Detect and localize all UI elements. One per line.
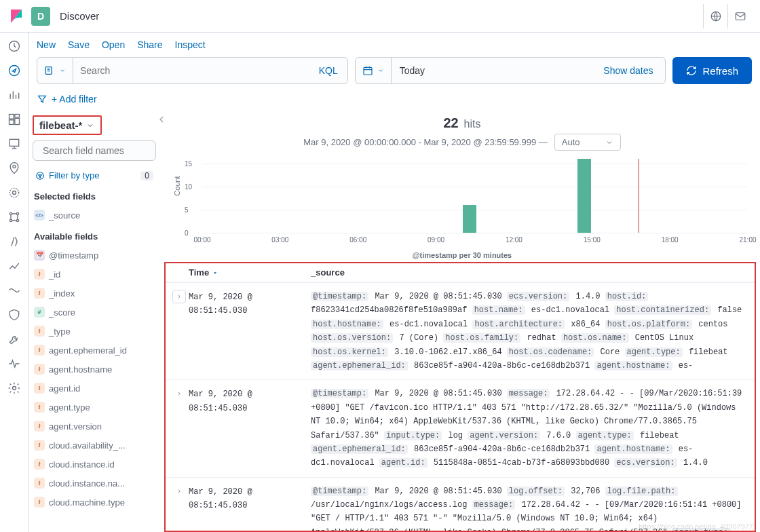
histogram-bar[interactable] bbox=[577, 159, 591, 233]
range-text: Mar 9, 2020 @ 00:00:00.000 - Mar 9, 2020… bbox=[303, 137, 548, 147]
table-header: Time _source bbox=[166, 263, 755, 282]
inspect-button[interactable]: Inspect bbox=[175, 39, 206, 50]
nav-logs-icon[interactable] bbox=[7, 235, 21, 248]
field-key: agent.ephemeral_id: bbox=[311, 361, 408, 370]
field-name: cloud.instance.na... bbox=[49, 478, 125, 489]
field-item[interactable]: tagent.id bbox=[33, 379, 156, 398]
histogram[interactable]: Count 05101500:0003:0006:0009:0012:0015:… bbox=[182, 159, 760, 247]
field-item[interactable]: tcloud.availability_... bbox=[33, 436, 156, 455]
svg-rect-18 bbox=[364, 67, 372, 75]
action-menu: New Save Open Share Inspect bbox=[28, 33, 760, 54]
field-item[interactable]: tcloud.instance.id bbox=[33, 455, 156, 474]
field-item[interactable]: tcloud.instance.na... bbox=[33, 474, 156, 493]
field-item[interactable]: tcloud.machine.type bbox=[33, 493, 156, 512]
expand-row-icon[interactable] bbox=[172, 290, 186, 303]
nav-monitoring-icon[interactable] bbox=[7, 357, 21, 370]
nav-devtools-icon[interactable] bbox=[7, 332, 21, 346]
save-button[interactable]: Save bbox=[68, 39, 90, 50]
query-bar: KQL Today Show dates Refresh bbox=[28, 54, 760, 94]
field-item[interactable]: t_id bbox=[33, 265, 156, 284]
expand-row-icon[interactable] bbox=[172, 387, 186, 400]
nav-dashboard-icon[interactable] bbox=[7, 113, 21, 126]
svg-point-14 bbox=[10, 219, 12, 221]
filter-row: + Add filter bbox=[28, 94, 760, 111]
field-key: message: bbox=[472, 500, 516, 510]
field-token-icon: t bbox=[34, 345, 45, 356]
refresh-button[interactable]: Refresh bbox=[672, 57, 752, 84]
field-key: host.os.codename: bbox=[507, 347, 594, 357]
field-key: ecs.version: bbox=[507, 292, 569, 301]
nav-uptime-icon[interactable] bbox=[7, 284, 21, 297]
space-badge[interactable]: D bbox=[31, 7, 50, 26]
mail-icon[interactable] bbox=[727, 4, 752, 28]
field-token-icon: t bbox=[34, 402, 45, 413]
show-dates-button[interactable]: Show dates bbox=[591, 65, 665, 76]
field-key: host.os.family: bbox=[443, 333, 520, 343]
field-name: _source bbox=[49, 210, 80, 221]
field-item[interactable]: tagent.version bbox=[33, 417, 156, 436]
nav-canvas-icon[interactable] bbox=[7, 137, 21, 151]
nav-maps-icon[interactable] bbox=[7, 162, 21, 175]
svg-point-9 bbox=[12, 165, 15, 168]
field-token-icon: t bbox=[34, 421, 45, 432]
share-button[interactable]: Share bbox=[137, 39, 162, 50]
field-key: host.name: bbox=[472, 305, 525, 315]
filter-by-type[interactable]: Filter by type 0 bbox=[33, 166, 156, 187]
expand-row-icon[interactable] bbox=[172, 484, 186, 498]
field-key: log.offset: bbox=[507, 487, 565, 496]
svg-rect-1 bbox=[736, 12, 745, 20]
nav-apm-icon[interactable] bbox=[7, 259, 21, 273]
kql-toggle[interactable]: KQL bbox=[309, 65, 347, 76]
interval-select[interactable]: Auto bbox=[554, 134, 621, 151]
row-time: Mar 9, 2020 @ 08:51:45.030 bbox=[189, 290, 311, 373]
date-value[interactable]: Today bbox=[392, 65, 592, 76]
open-button[interactable]: Open bbox=[102, 39, 125, 50]
nav-discover-icon[interactable] bbox=[7, 64, 21, 77]
field-item[interactable]: tagent.ephemeral_id bbox=[33, 341, 156, 360]
field-item[interactable]: t_type bbox=[33, 322, 156, 341]
field-name: _index bbox=[49, 288, 75, 299]
x-axis-label: @timestamp per 30 minutes bbox=[164, 251, 760, 262]
nav-siem-icon[interactable] bbox=[7, 308, 21, 322]
saved-query-menu[interactable] bbox=[37, 65, 73, 76]
field-item[interactable]: t_index bbox=[33, 284, 156, 303]
field-key: agent.type: bbox=[625, 347, 683, 357]
news-icon[interactable] bbox=[703, 4, 727, 28]
field-key: host.containerized: bbox=[614, 305, 711, 315]
new-button[interactable]: New bbox=[37, 39, 56, 50]
svg-point-15 bbox=[16, 219, 18, 221]
field-token-icon: t bbox=[34, 440, 45, 451]
nav-metrics-icon[interactable] bbox=[7, 210, 21, 224]
field-key: agent.hostname: bbox=[594, 361, 672, 370]
field-item[interactable]: </>_source bbox=[33, 206, 156, 225]
add-filter-button[interactable]: + Add filter bbox=[52, 94, 97, 104]
search-box: KQL bbox=[37, 57, 348, 84]
histogram-cursor bbox=[639, 159, 639, 233]
row-time: Mar 9, 2020 @ 08:51:45.030 bbox=[189, 484, 311, 531]
filter-menu-icon[interactable] bbox=[37, 94, 48, 104]
field-key: ecs.version: bbox=[614, 458, 677, 468]
histogram-bar[interactable] bbox=[463, 205, 476, 233]
table-row: Mar 9, 2020 @ 08:51:45.030@timestamp: Ma… bbox=[166, 282, 755, 379]
app-title: Discover bbox=[60, 10, 99, 22]
field-item[interactable]: #_score bbox=[33, 303, 156, 322]
nav-recent-icon[interactable] bbox=[7, 39, 21, 53]
nav-management-icon[interactable] bbox=[7, 381, 21, 395]
field-key: agent.hostname: bbox=[594, 444, 672, 454]
kibana-logo bbox=[8, 8, 24, 24]
svg-point-20 bbox=[37, 172, 44, 179]
svg-point-12 bbox=[10, 212, 12, 214]
time-column-header[interactable]: Time bbox=[189, 267, 311, 278]
quick-select-button[interactable] bbox=[356, 65, 391, 76]
svg-point-13 bbox=[16, 212, 18, 214]
search-input[interactable] bbox=[73, 58, 309, 83]
field-search-input[interactable] bbox=[43, 145, 162, 156]
nav-visualize-icon[interactable] bbox=[7, 88, 21, 102]
field-key: @timestamp: bbox=[311, 487, 368, 496]
index-pattern-select[interactable]: filebeat-* bbox=[33, 115, 102, 135]
source-column-header[interactable]: _source bbox=[311, 267, 748, 278]
field-item[interactable]: tagent.type bbox=[33, 398, 156, 417]
nav-ml-icon[interactable] bbox=[7, 186, 21, 200]
field-item[interactable]: 📅@timestamp bbox=[33, 246, 156, 265]
field-item[interactable]: tagent.hostname bbox=[33, 360, 156, 379]
